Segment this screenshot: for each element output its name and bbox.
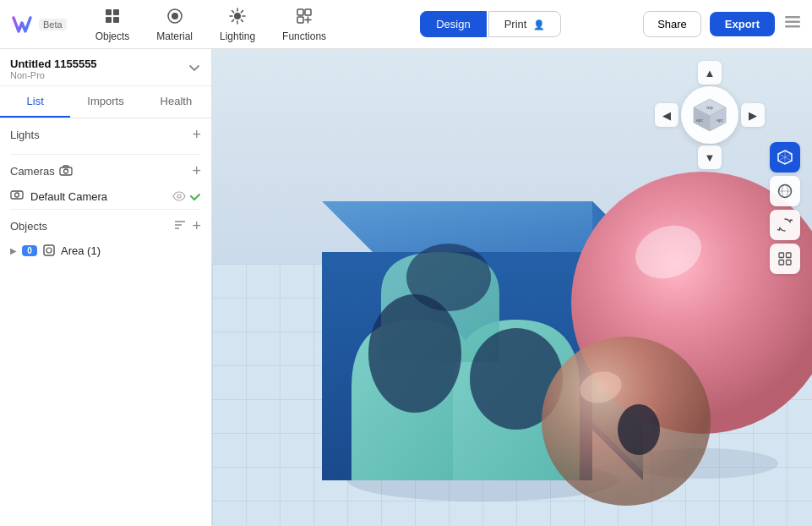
expand-arrow-icon: ▶ (10, 246, 17, 255)
sidebar-header: Untitled 1155555 Non-Pro (0, 49, 211, 86)
nav-lighting[interactable]: Lighting (208, 2, 267, 47)
cameras-section: Cameras + (0, 155, 211, 184)
svg-rect-19 (297, 17, 303, 23)
svg-rect-21 (785, 21, 800, 24)
camera-icon (59, 165, 73, 177)
nav-left-button[interactable]: ◀ (655, 103, 678, 127)
objects-icon (103, 7, 122, 28)
objects-actions: + (173, 218, 201, 233)
topbar: Beta Objects Material Lighti (0, 0, 812, 49)
camera-item-icon (10, 189, 24, 204)
svg-point-32 (46, 248, 52, 253)
lights-section: Lights + (0, 118, 211, 154)
project-name: Untitled 1155555 (10, 58, 97, 70)
svg-rect-15 (297, 9, 303, 15)
topbar-right: Share Export (643, 11, 802, 37)
nav-material[interactable]: Material (144, 2, 204, 47)
objects-label: Objects (95, 30, 130, 42)
default-camera-name: Default Camera (30, 190, 166, 203)
nav-functions[interactable]: Functions (270, 2, 338, 47)
sidebar-tabs: List Imports Health (0, 86, 211, 118)
object-shape-icon (42, 244, 56, 257)
add-light-button[interactable]: + (192, 127, 201, 142)
print-icon: 👤 (533, 19, 545, 30)
svg-text:нрс: нрс (696, 118, 704, 123)
svg-rect-63 (787, 253, 792, 258)
material-label: Material (156, 30, 193, 42)
collapse-button[interactable] (188, 61, 201, 78)
svg-rect-16 (305, 9, 311, 15)
print-mode-button[interactable]: Print 👤 (488, 11, 561, 37)
logo-area: Beta (10, 13, 67, 36)
object-name: Area (1) (61, 244, 101, 257)
design-mode-button[interactable]: Design (420, 11, 486, 37)
objects-label: Objects (10, 220, 47, 233)
tab-health[interactable]: Health (141, 86, 211, 118)
svg-rect-31 (44, 245, 54, 255)
add-object-button[interactable]: + (192, 218, 201, 233)
right-toolbar (770, 142, 800, 274)
project-info: Untitled 1155555 Non-Pro (10, 58, 97, 80)
grid-button[interactable] (770, 244, 800, 274)
svg-text:top: top (706, 105, 713, 110)
cube-navigator[interactable]: top нрс нрс (681, 86, 738, 144)
lighting-label: Lighting (220, 30, 255, 42)
add-camera-button[interactable]: + (192, 163, 201, 178)
svg-rect-2 (106, 17, 112, 23)
default-camera-item[interactable]: Default Camera (0, 184, 211, 209)
cube-nav-svg: top нрс нрс (690, 96, 729, 134)
svg-rect-65 (787, 260, 792, 266)
cube-view-button[interactable] (770, 142, 800, 173)
svg-rect-1 (113, 9, 119, 15)
lights-label: Lights (10, 129, 40, 141)
sort-objects-button[interactable] (173, 218, 187, 233)
svg-point-41 (406, 244, 491, 311)
svg-rect-20 (785, 16, 800, 19)
rotate-button[interactable] (770, 210, 800, 240)
tab-list[interactable]: List (0, 86, 70, 118)
viewport[interactable]: ▲ ◀ top (212, 49, 812, 526)
functions-icon (295, 7, 313, 28)
lighting-icon (228, 7, 247, 28)
svg-point-26 (15, 193, 19, 197)
print-label: Print (504, 18, 527, 30)
camera-actions (172, 190, 201, 202)
svg-rect-3 (113, 17, 119, 23)
project-tier: Non-Pro (10, 70, 97, 80)
material-icon (166, 7, 184, 28)
cameras-text: Cameras (10, 165, 55, 178)
main-layout: Untitled 1155555 Non-Pro List Imports He… (0, 49, 812, 526)
functions-label: Functions (282, 30, 326, 42)
cameras-row: Cameras + (10, 163, 201, 178)
nav-down-button[interactable]: ▼ (698, 145, 722, 169)
bars-icon[interactable] (783, 13, 802, 36)
export-button[interactable]: Export (710, 12, 775, 36)
check-icon (189, 190, 201, 202)
sphere-view-button[interactable] (770, 176, 800, 206)
camera-preview-icon (172, 190, 186, 202)
object-item-area[interactable]: ▶ 0 Area (1) (0, 238, 211, 262)
nav-right-button[interactable]: ▶ (741, 103, 765, 127)
svg-point-39 (368, 294, 461, 413)
mode-switcher: Design Print 👤 (341, 11, 640, 37)
svg-point-24 (63, 169, 68, 173)
viewport-background: ▲ ◀ top (212, 49, 812, 526)
svg-rect-22 (785, 25, 800, 28)
cube-nav-wrapper: ▲ ◀ top (655, 61, 765, 169)
nav-objects[interactable]: Objects (84, 2, 142, 47)
share-button[interactable]: Share (643, 11, 701, 37)
svg-line-14 (232, 19, 234, 21)
svg-rect-64 (779, 260, 784, 266)
object-badge: 0 (22, 245, 37, 256)
objects-section: Objects + (0, 210, 211, 238)
svg-line-12 (241, 19, 243, 21)
app-logo (10, 13, 34, 36)
svg-rect-62 (779, 253, 784, 258)
tab-imports[interactable]: Imports (70, 86, 140, 118)
svg-line-11 (232, 10, 234, 12)
svg-point-6 (234, 13, 241, 19)
beta-badge: Beta (39, 19, 67, 30)
svg-line-13 (241, 10, 243, 12)
svg-point-27 (177, 195, 181, 198)
nav-up-button[interactable]: ▲ (698, 61, 722, 85)
